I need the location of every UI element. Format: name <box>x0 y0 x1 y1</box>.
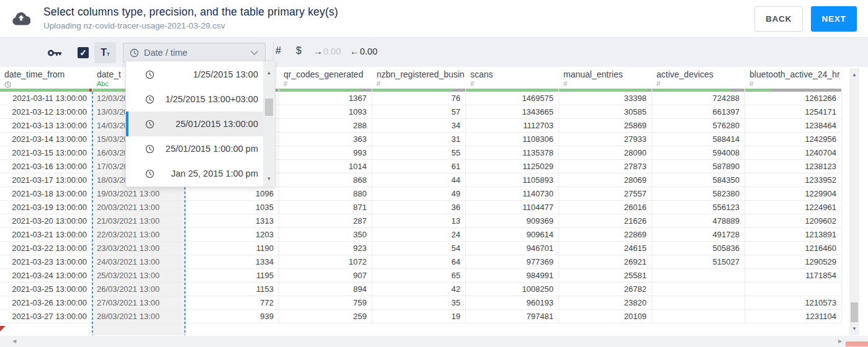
table-cell[interactable]: 960193 <box>466 296 559 310</box>
scroll-down-icon[interactable]: ▼ <box>849 326 859 332</box>
table-cell[interactable]: 22869 <box>559 228 652 242</box>
table-cell[interactable]: 1233952 <box>745 174 842 187</box>
table-cell[interactable]: 880 <box>279 187 372 201</box>
table-cell[interactable]: 25581 <box>559 269 652 283</box>
table-cell[interactable]: 939 <box>186 310 279 323</box>
next-button[interactable]: NEXT <box>811 6 857 32</box>
table-cell[interactable]: 2021-03-21 13:00:00 <box>0 228 92 242</box>
table-cell[interactable]: 515027 <box>652 255 745 269</box>
table-cell[interactable]: 54 <box>372 242 466 255</box>
table-cell[interactable]: 2021-03-15 13:00:00 <box>0 146 92 160</box>
table-cell[interactable]: 26016 <box>559 201 652 214</box>
currency-type-icon[interactable]: $ <box>296 45 302 56</box>
table-cell[interactable]: 2021-03-12 13:00:00 <box>0 105 92 119</box>
table-cell[interactable]: 49 <box>372 187 466 201</box>
menu-scroll-down-icon[interactable]: ▼ <box>263 176 275 182</box>
table-cell[interactable] <box>745 283 842 296</box>
table-cell[interactable]: 1240704 <box>745 146 842 160</box>
table-cell[interactable]: 65 <box>372 269 466 283</box>
date-format-option[interactable]: 25/01/2015 13:00:00 <box>126 112 263 136</box>
table-cell[interactable]: 57 <box>372 105 466 119</box>
table-cell[interactable]: 42 <box>372 283 466 296</box>
vertical-scrollbar[interactable]: ▲ ▼ <box>849 68 859 335</box>
table-cell[interactable]: 1261266 <box>745 92 842 105</box>
table-cell[interactable]: 1014 <box>279 160 372 174</box>
menu-scrollbar-thumb[interactable] <box>265 99 273 116</box>
table-cell[interactable]: 2021-03-22 13:00:00 <box>0 242 92 255</box>
table-cell[interactable]: 993 <box>279 146 372 160</box>
table-cell[interactable]: 797481 <box>466 310 559 323</box>
table-cell[interactable]: 2021-03-23 13:00:00 <box>0 255 92 269</box>
table-cell[interactable]: 2021-03-25 13:00:00 <box>0 283 92 296</box>
table-cell[interactable]: 2021-03-19 13:00:00 <box>0 201 92 214</box>
table-cell[interactable]: 2021-03-27 13:00:00 <box>0 310 92 323</box>
column-header-bluetooth_active_24_hr_[interactable]: bluetooth_active_24_hr_# <box>745 67 842 92</box>
table-cell[interactable]: 1112703 <box>466 119 559 133</box>
date-format-option[interactable]: 1/25/2015 13:00 <box>126 62 263 87</box>
table-cell[interactable]: 1203 <box>186 228 279 242</box>
table-cell[interactable]: 1254171 <box>745 105 842 119</box>
table-cell[interactable]: 1210573 <box>745 296 842 310</box>
table-cell[interactable]: 363 <box>279 133 372 146</box>
table-cell[interactable]: 1108306 <box>466 133 559 146</box>
table-cell[interactable]: 894 <box>279 283 372 296</box>
table-cell[interactable]: 1093 <box>279 105 372 119</box>
table-cell[interactable]: 1153 <box>186 283 279 296</box>
table-cell[interactable]: 35 <box>372 296 466 310</box>
table-cell[interactable]: 61 <box>372 160 466 174</box>
menu-scrollbar[interactable]: ▲ ▼ <box>263 61 275 187</box>
table-cell[interactable]: 23820 <box>559 296 652 310</box>
table-cell[interactable]: 759 <box>279 296 372 310</box>
table-cell[interactable]: 28090 <box>559 146 652 160</box>
integer-type-icon[interactable]: # <box>275 45 281 56</box>
table-cell[interactable] <box>652 296 745 310</box>
table-cell[interactable]: 21/03/2021 13:00 <box>92 214 186 228</box>
table-cell[interactable]: 1008250 <box>466 283 559 296</box>
table-cell[interactable]: 259 <box>279 310 372 323</box>
table-cell[interactable]: 20109 <box>559 310 652 323</box>
column-header-date_time_from[interactable]: date_time_from <box>0 67 92 92</box>
table-cell[interactable]: 946701 <box>466 242 559 255</box>
table-cell[interactable]: 1104477 <box>466 201 559 214</box>
back-button[interactable]: BACK <box>754 6 803 32</box>
table-cell[interactable]: 21626 <box>559 214 652 228</box>
table-cell[interactable]: 64 <box>372 255 466 269</box>
table-cell[interactable]: 2021-03-24 13:00:00 <box>0 269 92 283</box>
table-cell[interactable]: 27933 <box>559 133 652 146</box>
table-cell[interactable]: 582380 <box>652 187 745 201</box>
table-cell[interactable]: 584350 <box>652 174 745 187</box>
table-cell[interactable]: 22/03/2021 13:00 <box>92 228 186 242</box>
table-cell[interactable]: 1238464 <box>745 119 842 133</box>
date-format-option[interactable]: Jan 25, 2015 1:00 pm <box>126 161 263 186</box>
table-cell[interactable]: 1231104 <box>745 310 842 323</box>
type-format-select[interactable]: Date / time <box>123 43 266 63</box>
table-cell[interactable]: 478889 <box>652 214 745 228</box>
table-cell[interactable]: 76 <box>372 92 466 105</box>
table-cell[interactable]: 28/03/2021 13:00 <box>92 310 186 323</box>
table-cell[interactable]: 19 <box>372 310 466 323</box>
table-cell[interactable]: 1135378 <box>466 146 559 160</box>
table-cell[interactable]: 33398 <box>559 92 652 105</box>
decrease-decimals-button[interactable]: ← 0.00 <box>350 46 377 56</box>
date-format-option[interactable]: 25/01/2015 1:00:00 pm <box>126 136 263 161</box>
table-cell[interactable]: 1229904 <box>745 187 842 201</box>
table-cell[interactable]: 772 <box>186 296 279 310</box>
table-cell[interactable]: 1334 <box>186 255 279 269</box>
table-cell[interactable]: 55 <box>372 146 466 160</box>
table-cell[interactable]: 2021-03-13 13:00:00 <box>0 119 92 133</box>
table-cell[interactable]: 1242956 <box>745 133 842 146</box>
table-cell[interactable]: 13 <box>372 214 466 228</box>
table-cell[interactable]: 1072 <box>279 255 372 269</box>
table-cell[interactable]: 977369 <box>466 255 559 269</box>
table-cell[interactable]: 576280 <box>652 119 745 133</box>
table-cell[interactable]: 24/03/2021 13:00 <box>92 255 186 269</box>
table-cell[interactable]: 2021-03-17 13:00:00 <box>0 174 92 187</box>
table-cell[interactable]: 923 <box>279 242 372 255</box>
column-header-qr_codes_generated[interactable]: qr_codes_generated# <box>279 67 372 92</box>
table-cell[interactable]: 724288 <box>652 92 745 105</box>
table-cell[interactable]: 871 <box>279 201 372 214</box>
table-cell[interactable]: 907 <box>279 269 372 283</box>
table-cell[interactable]: 505836 <box>652 242 745 255</box>
table-cell[interactable]: 1035 <box>186 201 279 214</box>
table-cell[interactable]: 26782 <box>559 283 652 296</box>
